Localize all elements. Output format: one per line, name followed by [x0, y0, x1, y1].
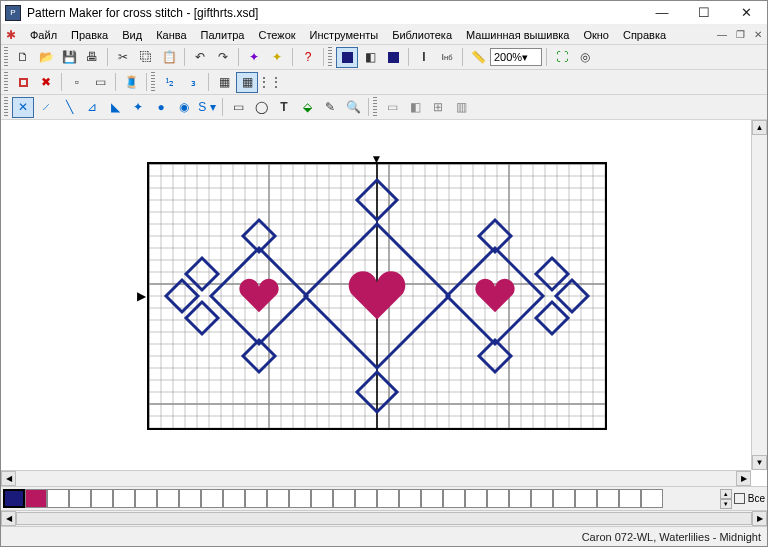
menu-tools[interactable]: Инструменты	[303, 27, 386, 43]
palette-empty[interactable]	[289, 489, 311, 508]
toolbar-grip[interactable]	[373, 97, 377, 117]
pattern-grid[interactable]: ▼ ▶	[147, 162, 607, 430]
palette-empty[interactable]	[47, 489, 69, 508]
palette-empty[interactable]	[619, 489, 641, 508]
minimize-button[interactable]: —	[641, 1, 683, 25]
palette-empty[interactable]	[69, 489, 91, 508]
palette-empty[interactable]	[179, 489, 201, 508]
half-stitch-tool[interactable]: ⟋	[35, 97, 57, 118]
center-button[interactable]: ◎	[574, 47, 596, 68]
menu-machine[interactable]: Машинная вышивка	[459, 27, 576, 43]
palette-hscroll[interactable]: ◀ ▶	[1, 510, 767, 526]
vertical-scrollbar[interactable]: ▲ ▼	[751, 120, 767, 470]
canvas[interactable]: ▼ ▶	[2, 121, 751, 470]
color-star-button[interactable]: ✦	[266, 47, 288, 68]
layout-3-button[interactable]: ⊞	[427, 97, 449, 118]
ruler-button[interactable]: 📏	[467, 47, 489, 68]
palette-empty[interactable]	[465, 489, 487, 508]
palette-empty[interactable]	[597, 489, 619, 508]
palette-color-1[interactable]	[3, 489, 25, 508]
new-button[interactable]: 🗋	[12, 47, 34, 68]
palette-all-checkbox[interactable]: Все	[734, 493, 765, 504]
palette-empty[interactable]	[311, 489, 333, 508]
full-stitch-tool[interactable]: ✕	[12, 97, 34, 118]
view-symbol-button[interactable]: ◧	[359, 47, 381, 68]
help-button[interactable]: ?	[297, 47, 319, 68]
select-rect-tool[interactable]: ▭	[227, 97, 249, 118]
palette-empty[interactable]	[223, 489, 245, 508]
zoom-tool[interactable]: 🔍	[342, 97, 364, 118]
menu-view[interactable]: Вид	[115, 27, 149, 43]
scroll-down-button[interactable]: ▼	[752, 455, 767, 470]
french-knot-tool[interactable]: ●	[150, 97, 172, 118]
palette-empty[interactable]	[135, 489, 157, 508]
grid-bold-button[interactable]: ▦	[236, 72, 258, 93]
undo-button[interactable]: ↶	[189, 47, 211, 68]
fill-tool[interactable]: ⬙	[296, 97, 318, 118]
menu-stitch[interactable]: Стежок	[251, 27, 302, 43]
copy-button[interactable]: ⿻	[135, 47, 157, 68]
open-button[interactable]: 📂	[35, 47, 57, 68]
text-tool[interactable]: T	[273, 97, 295, 118]
palette-empty[interactable]	[553, 489, 575, 508]
palette-empty[interactable]	[399, 489, 421, 508]
fit-button[interactable]: ⛶	[551, 47, 573, 68]
scroll-left-button[interactable]: ◀	[1, 511, 16, 526]
grid-dots-button[interactable]: ⋮⋮	[259, 72, 281, 93]
palette-empty[interactable]	[245, 489, 267, 508]
scroll-right-button[interactable]: ▶	[752, 511, 767, 526]
palette-empty[interactable]	[355, 489, 377, 508]
view-text-button[interactable]: Iнб	[436, 47, 458, 68]
palette-empty[interactable]	[531, 489, 553, 508]
frame-color-button[interactable]	[12, 72, 34, 93]
view-stitch-button[interactable]	[336, 47, 358, 68]
palette-scroll[interactable]: ▲▼	[720, 489, 732, 509]
toolbar-grip[interactable]	[151, 72, 155, 92]
bead-tool[interactable]: ◉	[173, 97, 195, 118]
scroll-up-button[interactable]: ▲	[752, 120, 767, 135]
palette-empty[interactable]	[421, 489, 443, 508]
menu-help[interactable]: Справка	[616, 27, 673, 43]
special-tool[interactable]: S ▾	[196, 97, 218, 118]
view-solid-button[interactable]	[382, 47, 404, 68]
select-lasso-tool[interactable]: ◯	[250, 97, 272, 118]
mdi-restore-button[interactable]: ❐	[732, 28, 748, 42]
petite-tool[interactable]: ✦	[127, 97, 149, 118]
menu-palette[interactable]: Палитра	[194, 27, 252, 43]
palette-color-2[interactable]	[25, 489, 47, 508]
menu-edit[interactable]: Правка	[64, 27, 115, 43]
mdi-minimize-button[interactable]: —	[714, 28, 730, 42]
menu-canvas[interactable]: Канва	[149, 27, 193, 43]
print-button[interactable]: 🖶	[81, 47, 103, 68]
redo-button[interactable]: ↷	[212, 47, 234, 68]
backstitch-tool[interactable]: ╲	[58, 97, 80, 118]
layout-4-button[interactable]: ▥	[450, 97, 472, 118]
menu-window[interactable]: Окно	[576, 27, 616, 43]
scroll-left-button[interactable]: ◀	[1, 471, 16, 486]
toolbar-grip[interactable]	[4, 47, 8, 67]
horizontal-scrollbar[interactable]: ◀ ▶	[1, 470, 751, 486]
menu-library[interactable]: Библиотека	[385, 27, 459, 43]
toolbar-grip[interactable]	[4, 97, 8, 117]
palette-empty[interactable]	[575, 489, 597, 508]
palette-empty[interactable]	[201, 489, 223, 508]
menu-file[interactable]: Файл	[23, 27, 64, 43]
palette-empty[interactable]	[267, 489, 289, 508]
palette-empty[interactable]	[91, 489, 113, 508]
mdi-close-button[interactable]: ✕	[750, 28, 766, 42]
scroll-right-button[interactable]: ▶	[736, 471, 751, 486]
save-button[interactable]: 💾	[58, 47, 80, 68]
view-info-button[interactable]: I	[413, 47, 435, 68]
thread-button[interactable]: 🧵	[120, 72, 142, 93]
palette-empty[interactable]	[487, 489, 509, 508]
palette-empty[interactable]	[509, 489, 531, 508]
palette-empty[interactable]	[443, 489, 465, 508]
palette-empty[interactable]	[113, 489, 135, 508]
toolbar-grip[interactable]	[328, 47, 332, 67]
palette-empty[interactable]	[377, 489, 399, 508]
toolbar-grip[interactable]	[4, 72, 8, 92]
layout-1-button[interactable]: ▭	[381, 97, 403, 118]
segment-button[interactable]: ▭	[89, 72, 111, 93]
zoom-combo[interactable]: 200%▾	[490, 48, 542, 66]
cut-button[interactable]: ✂	[112, 47, 134, 68]
